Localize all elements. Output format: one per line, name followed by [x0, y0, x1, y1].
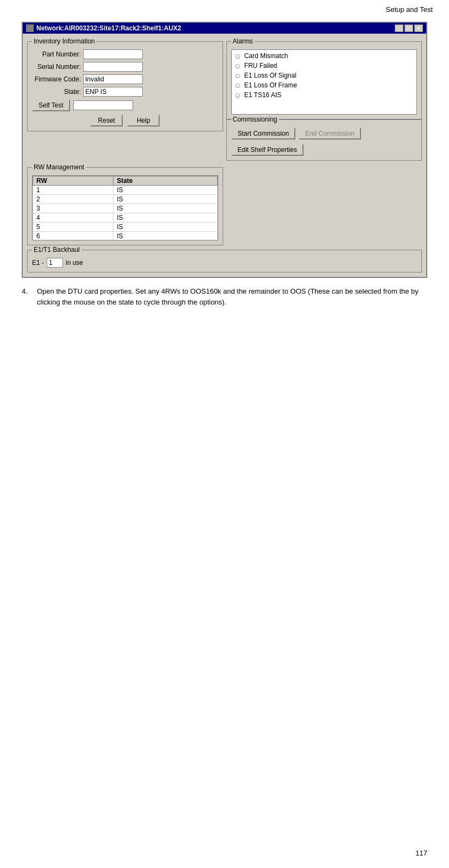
- help-button[interactable]: Help: [127, 115, 160, 126]
- middle-row: RW Management RW State 1IS2: [27, 164, 422, 245]
- rw-table: RW State 1IS2IS3IS4IS5IS6IS7IS8IS9IS: [33, 176, 218, 240]
- backhaul-value-input[interactable]: [47, 258, 63, 268]
- rw-right-placeholder: [226, 164, 422, 245]
- alarm-icon-1: ☺: [234, 52, 242, 60]
- rw-table-row: 3IS: [33, 204, 218, 213]
- alarm-icon-4: ☺: [234, 81, 242, 90]
- firmware-code-row: Firmware Code:: [32, 74, 218, 84]
- rw-cell-rw: 2: [33, 195, 113, 204]
- alarm-item-4: ☺ E1 Loss Of Frame: [233, 80, 416, 90]
- page-number: 117: [415, 849, 427, 857]
- page-content: Network:AIR003232:Site17:Rack2:Shelf1:AU…: [0, 16, 449, 318]
- reset-button[interactable]: Reset: [90, 115, 123, 126]
- part-number-row: Part Number:: [32, 49, 218, 59]
- state-row: State:: [32, 87, 218, 97]
- part-number-input[interactable]: [83, 49, 143, 59]
- rw-cell-state: IS: [113, 186, 217, 195]
- alarm-text-2: FRU Failed: [244, 62, 277, 69]
- page-header: Setup and Test: [0, 0, 449, 16]
- window-app-icon: [26, 24, 34, 32]
- window-controls[interactable]: _ □ ×: [395, 24, 423, 32]
- commissioning-group: Commissioning Start Commission End Commi…: [226, 119, 422, 161]
- maximize-button[interactable]: □: [404, 24, 413, 32]
- window-body: Inventory Information Part Number: Seria…: [23, 34, 426, 277]
- inventory-label: Inventory Information: [32, 37, 97, 45]
- alarms-group: Alarms ☺ Card Mismatch ☺ FRU Failed: [226, 41, 422, 119]
- edit-shelf-row: Edit Shelf Properties: [231, 144, 418, 156]
- rw-table-row: 6IS: [33, 232, 218, 241]
- rw-cell-rw: 3: [33, 204, 113, 213]
- part-number-label: Part Number:: [32, 50, 81, 58]
- backhaul-suffix: in use: [66, 259, 83, 267]
- left-column: Inventory Information Part Number: Seria…: [27, 38, 223, 161]
- rw-table-row: 2IS: [33, 195, 218, 204]
- rw-cell-state: IS: [113, 213, 217, 223]
- state-input[interactable]: [83, 87, 143, 97]
- rw-table-row: 4IS: [33, 213, 218, 223]
- alarm-text-3: E1 Loss Of Signal: [244, 72, 296, 79]
- rw-cell-rw: 6: [33, 232, 113, 241]
- edit-shelf-button[interactable]: Edit Shelf Properties: [231, 144, 303, 156]
- commissioning-label: Commissioning: [231, 116, 279, 123]
- firmware-code-input[interactable]: [83, 74, 143, 84]
- rw-table-header: RW State: [33, 176, 218, 186]
- rw-cell-state: IS: [113, 195, 217, 204]
- alarm-icon-2: ☺: [234, 61, 242, 70]
- alarms-label: Alarms: [231, 37, 255, 45]
- rw-cell-rw: 5: [33, 223, 113, 232]
- minimize-button[interactable]: _: [395, 24, 403, 32]
- step-4-number: 4.: [22, 286, 33, 307]
- alarm-item-2: ☺ FRU Failed: [233, 61, 416, 71]
- backhaul-prefix: E1 -: [32, 259, 44, 267]
- self-test-button[interactable]: Self Test: [32, 99, 70, 111]
- serial-number-input[interactable]: [83, 62, 143, 72]
- header-title: Setup and Test: [386, 5, 433, 14]
- rw-left: RW Management RW State 1IS2: [27, 164, 223, 245]
- alarm-icon-5: ☺: [234, 91, 242, 99]
- alarm-item-5: ☺ E1 TS16 AIS: [233, 90, 416, 100]
- alarms-list[interactable]: ☺ Card Mismatch ☺ FRU Failed ☺ E1 Loss O…: [231, 49, 418, 115]
- top-row: Inventory Information Part Number: Seria…: [27, 38, 422, 161]
- step-4-text: Open the DTU card properties. Set any 4R…: [37, 286, 427, 307]
- serial-number-row: Serial Number:: [32, 62, 218, 72]
- rw-cell-rw: 1: [33, 186, 113, 195]
- reset-help-row: Reset Help: [32, 115, 218, 126]
- serial-number-label: Serial Number:: [32, 63, 81, 71]
- rw-cell-rw: 4: [33, 213, 113, 223]
- rw-cell-state: IS: [113, 204, 217, 213]
- main-window: Network:AIR003232:Site17:Rack2:Shelf1:AU…: [22, 22, 427, 278]
- close-button[interactable]: ×: [414, 24, 423, 32]
- rw-cell-state: IS: [113, 232, 217, 241]
- alarm-item-3: ☺ E1 Loss Of Signal: [233, 71, 416, 80]
- window-titlebar: Network:AIR003232:Site17:Rack2:Shelf1:AU…: [23, 23, 426, 34]
- state-col-header: State: [113, 176, 217, 186]
- step-4-container: 4. Open the DTU card properties. Set any…: [22, 286, 427, 307]
- self-test-row: Self Test: [32, 99, 218, 111]
- titlebar-left: Network:AIR003232:Site17:Rack2:Shelf1:AU…: [26, 24, 181, 32]
- firmware-code-label: Firmware Code:: [32, 75, 81, 83]
- rw-table-container[interactable]: RW State 1IS2IS3IS4IS5IS6IS7IS8IS9IS: [32, 175, 218, 240]
- alarm-text-1: Card Mismatch: [244, 52, 288, 60]
- rw-cell-state: IS: [113, 223, 217, 232]
- state-label: State:: [32, 88, 81, 96]
- rw-management-label: RW Management: [32, 163, 86, 171]
- inventory-group: Inventory Information Part Number: Seria…: [27, 41, 223, 131]
- end-commission-button[interactable]: End Commission: [299, 128, 361, 140]
- alarm-text-4: E1 Loss Of Frame: [244, 81, 297, 89]
- right-top-column: Alarms ☺ Card Mismatch ☺ FRU Failed: [226, 38, 422, 161]
- alarm-item-1: ☺ Card Mismatch: [233, 51, 416, 61]
- alarm-text-5: E1 TS16 AIS: [244, 91, 282, 99]
- rw-table-row: 5IS: [33, 223, 218, 232]
- rw-table-body: 1IS2IS3IS4IS5IS6IS7IS8IS9IS: [33, 186, 218, 241]
- backhaul-content: E1 - in use: [32, 258, 417, 268]
- backhaul-group: E1/T1 Backhaul E1 - in use: [27, 250, 422, 273]
- alarm-icon-3: ☺: [234, 71, 242, 80]
- start-commission-button[interactable]: Start Commission: [231, 128, 296, 140]
- rw-col-header: RW: [33, 176, 113, 186]
- self-test-value-input[interactable]: [73, 100, 133, 110]
- rw-table-row: 1IS: [33, 186, 218, 195]
- commission-buttons-row: Start Commission End Commission: [231, 128, 418, 140]
- rw-management-group: RW Management RW State 1IS2: [27, 167, 223, 245]
- window-title: Network:AIR003232:Site17:Rack2:Shelf1:AU…: [36, 24, 181, 32]
- backhaul-label: E1/T1 Backhaul: [32, 246, 81, 254]
